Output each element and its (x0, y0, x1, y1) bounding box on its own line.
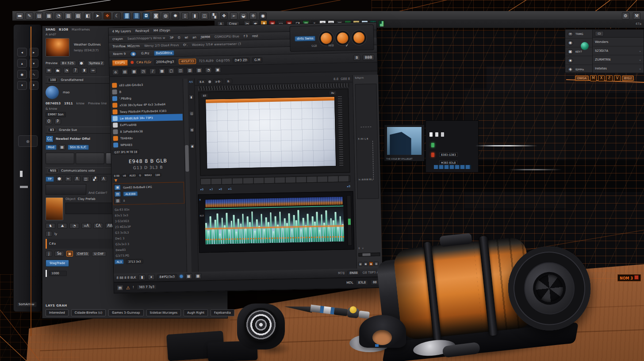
mini-slider-thumb[interactable] (362, 253, 370, 256)
device-button[interactable]: ◂ (17, 48, 27, 57)
history-icon[interactable]: ◔ (55, 12, 62, 19)
menu-jwmm[interactable]: JWMM (201, 35, 210, 39)
footer-button[interactable]: Interested (46, 309, 69, 316)
target-icon[interactable]: ◙ (152, 12, 160, 19)
menu-wersy[interactable]: Wersy 2/3 Glas4 Prevs (144, 43, 179, 48)
teal-material-sphere[interactable] (581, 42, 589, 50)
gray-layer-icon[interactable]: ▥ (115, 198, 121, 204)
bar-icon[interactable]: ▮ (191, 12, 199, 19)
device-knob-button[interactable]: ◎ (18, 135, 38, 147)
toolbar-chip-3[interactable]: G.M (252, 57, 263, 62)
sphere-icon[interactable]: ◍ (162, 12, 169, 19)
cut-icon[interactable]: ✂ (65, 176, 72, 182)
chf-d[interactable]: U CHF (92, 251, 106, 257)
stin-chip[interactable]: Stin IS IL/C (68, 145, 89, 150)
tool-button[interactable]: ◔ (69, 223, 79, 229)
menu-wasway[interactable]: Wasway 3/5# wwwsarrowser (3 (192, 42, 241, 46)
grid-chip[interactable]: ▦ (59, 144, 65, 150)
device-button[interactable]: ⏸ (17, 81, 27, 90)
blue-layer-icon[interactable]: ▣ (114, 184, 121, 190)
menu-f3[interactable]: f 3 (244, 35, 248, 38)
app-toolbar-icon[interactable]: ◳ (140, 69, 147, 74)
status-r1[interactable]: 83L8 (356, 280, 368, 285)
drawing-canvas[interactable] (205, 96, 336, 169)
device-button[interactable]: ◉ (17, 70, 27, 79)
waveform-scrollbar-thumb[interactable] (348, 219, 351, 225)
grid-icon[interactable]: ▦ (45, 12, 53, 19)
app-toolbar-icon[interactable]: ▤ (122, 69, 128, 75)
app-toolbar-icon[interactable]: ▦ (131, 69, 138, 74)
knob-2[interactable] (337, 32, 349, 44)
footer-button[interactable]: Games 3-Guineap (108, 309, 143, 316)
pipe-icon[interactable]: | (46, 231, 52, 237)
tool-icon[interactable]: 🖿 (54, 68, 61, 73)
menu-g[interactable]: G (178, 36, 180, 39)
green-dark-icon[interactable]: ▟ (378, 20, 385, 27)
transport-r2[interactable]: 8N88 (347, 270, 360, 276)
filmstrip-tile[interactable] (76, 153, 104, 164)
list-item-s23gi7a[interactable]: S23GI7A ⌄ (593, 46, 644, 55)
tree-scrollbar-thumb[interactable] (185, 145, 189, 172)
record-icon[interactable]: ◉ (259, 12, 267, 19)
app-toolbar-icon[interactable]: ▢ (168, 68, 175, 74)
warning-icon[interactable]: ⚠ (126, 285, 130, 290)
slim-icon-2[interactable]: ◫ (189, 111, 194, 116)
settings-icon[interactable]: ⚙ (622, 12, 629, 19)
mask-icon[interactable]: ◘ (142, 12, 150, 19)
texture-blue-icon[interactable]: ▓ (123, 12, 130, 19)
footer-button[interactable]: Sidebar.Wurzeges (146, 309, 181, 316)
chf-c[interactable]: CHF33 (75, 251, 90, 257)
tool-button[interactable]: ♞ (46, 223, 55, 229)
filmstrip-tile[interactable] (46, 153, 74, 164)
half-icon[interactable]: ◒ (240, 12, 247, 19)
app-menu-icon[interactable]: ▬ (16, 12, 23, 19)
toolbar-orange-chip[interactable]: 4X5/F33 (179, 58, 196, 64)
dot-icon[interactable]: ● (78, 60, 85, 66)
check-mark[interactable]: ✓ (345, 43, 349, 47)
float-left-row[interactable]: ◈ IDHHa (565, 65, 592, 74)
mod-chip[interactable]: Mod (46, 145, 57, 150)
object-thumbnail[interactable] (46, 197, 63, 220)
float-left-row[interactable]: ≡ TRMG (565, 30, 592, 38)
knob-1[interactable] (321, 33, 332, 44)
toolbar-chip-1[interactable]: 2004uj9rg3 (154, 59, 176, 65)
preview-chip-2[interactable]: Symea 2 (87, 61, 105, 66)
theme-icon[interactable]: ☾ (113, 12, 121, 19)
menu-gsmggps[interactable]: GSMGGPS) Blue (215, 35, 239, 38)
cp-icon[interactable]: ◫ (83, 176, 89, 182)
columns-icon[interactable]: ◫ (201, 12, 208, 19)
face-icon[interactable]: ☻ (56, 176, 63, 182)
toolbar-chip-2[interactable]: D#3 ZD (233, 57, 249, 63)
list-item-iretetes[interactable]: Iretetes ⌄ (593, 64, 644, 73)
orange-button[interactable]: V (614, 75, 621, 81)
menu-restrayd[interactable]: Restrayd (135, 29, 149, 33)
app-toolbar-icon[interactable]: ▥ (187, 68, 193, 73)
app-toolbar-icon[interactable]: ▩ (159, 68, 165, 74)
panels-icon[interactable]: ▤ (35, 12, 43, 19)
menu-crayon[interactable]: crayon (112, 37, 123, 41)
transport-pause-icon[interactable]: ⏸ (148, 274, 154, 280)
transport-grid-icon[interactable]: ▦ (185, 273, 192, 279)
menu-wl[interactable]: wl (184, 36, 188, 39)
transport-chip[interactable]: 8#P2/3x3 (157, 274, 177, 280)
menu-my-layers[interactable]: 4 My Layers (112, 30, 131, 34)
layout-icon[interactable]: ▥ (65, 12, 72, 19)
footer-button[interactable]: Cidade-Birefox (c) (71, 309, 106, 316)
float-header-chip[interactable]: ▭ (595, 31, 604, 36)
tool-icon[interactable]: ✉ (46, 68, 52, 73)
byg-chip[interactable]: BYG2 (622, 76, 634, 81)
noise-blue-icon[interactable]: ▒ (133, 12, 140, 19)
timeline-filmstrip[interactable] (200, 175, 350, 185)
app-toolbar-icon[interactable]: ♪ (150, 68, 156, 74)
status-chip[interactable]: 383 7 3y3 (137, 284, 157, 290)
tp-chip[interactable]: TP (46, 177, 54, 182)
emm-chip[interactable]: EMM? Son (46, 112, 66, 117)
strip-row[interactable]: G37 3P1 M T8 18 (112, 149, 139, 154)
low-chip-b[interactable]: 3713 3x3 (126, 259, 143, 264)
send-icon[interactable]: ➤ (94, 12, 101, 19)
rp-icon[interactable]: ▤ (358, 262, 363, 266)
split-view-icon[interactable]: ▧ (74, 12, 82, 19)
blue-orb-icon[interactable]: ◉ (130, 51, 137, 57)
status-grid-icon[interactable]: ▤ (117, 285, 123, 291)
tool-button[interactable]: ⛰ (58, 223, 67, 229)
